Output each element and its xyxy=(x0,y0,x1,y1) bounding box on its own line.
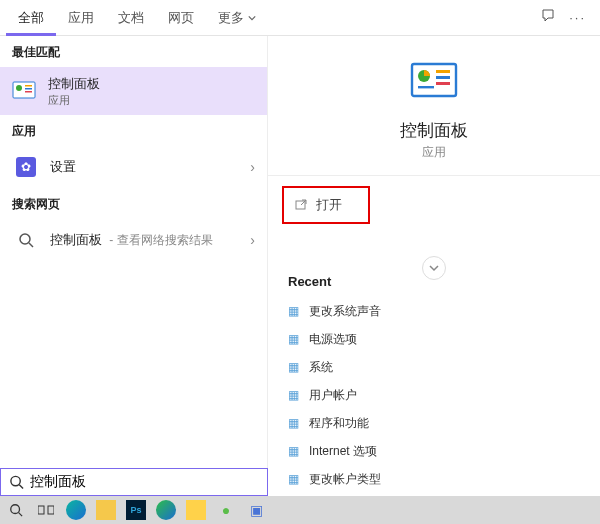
search-icon xyxy=(12,226,40,254)
edge-icon[interactable] xyxy=(66,500,86,520)
recent-item-label: 系统 xyxy=(309,359,333,376)
panel-item-icon: ▦ xyxy=(288,416,299,430)
recent-item-label: 程序和功能 xyxy=(309,415,369,432)
svg-rect-12 xyxy=(418,86,434,88)
wechat-icon[interactable]: ● xyxy=(216,500,236,520)
recent-item[interactable]: ▦程序和功能 xyxy=(268,409,600,437)
recent-item-label: 电源选项 xyxy=(309,331,357,348)
svg-rect-7 xyxy=(412,64,456,96)
tab-all[interactable]: 全部 xyxy=(6,0,56,36)
details-title: 控制面板 xyxy=(400,119,468,142)
search-web-label: 控制面板 xyxy=(50,232,102,247)
recent-item[interactable]: ▦用户帐户 xyxy=(268,381,600,409)
details-sub: 应用 xyxy=(422,144,446,161)
search-icon[interactable] xyxy=(6,500,26,520)
best-match-sub: 应用 xyxy=(48,93,100,108)
more-options-icon[interactable]: ··· xyxy=(569,10,586,25)
svg-rect-19 xyxy=(38,506,44,514)
recent-item-label: 更改系统声音 xyxy=(309,303,381,320)
tab-docs[interactable]: 文档 xyxy=(106,0,156,36)
svg-rect-11 xyxy=(436,82,450,85)
open-button[interactable]: 打开 xyxy=(282,186,370,224)
chevron-right-icon: › xyxy=(250,159,255,175)
ps-icon[interactable]: Ps xyxy=(126,500,146,520)
search-input[interactable] xyxy=(24,474,259,490)
chevron-down-icon xyxy=(248,10,256,25)
search-web-hint: - 查看网络搜索结果 xyxy=(106,233,213,247)
panel-item-icon: ▦ xyxy=(288,472,299,486)
svg-rect-2 xyxy=(25,85,32,87)
app1-icon[interactable] xyxy=(186,500,206,520)
settings-label: 设置 xyxy=(50,158,250,176)
explorer-icon[interactable] xyxy=(96,500,116,520)
svg-rect-10 xyxy=(436,76,450,79)
panel-item-icon: ▦ xyxy=(288,444,299,458)
open-icon xyxy=(294,198,308,212)
recent-item[interactable]: ▦系统 xyxy=(268,353,600,381)
svg-rect-3 xyxy=(25,88,32,90)
svg-point-15 xyxy=(11,476,20,485)
search-bar[interactable] xyxy=(0,468,268,496)
best-match-title: 控制面板 xyxy=(48,75,100,93)
recent-item[interactable]: ▦Internet 选项 xyxy=(268,437,600,465)
settings-item[interactable]: ✿ 设置 › xyxy=(0,146,267,188)
tool-icon[interactable]: ▣ xyxy=(246,500,266,520)
left-panel: 最佳匹配 控制面板 应用 应用 ✿ 设置 › 搜索网页 控制面板 - 查看网络搜… xyxy=(0,36,268,496)
svg-line-6 xyxy=(29,243,33,247)
best-match-heading: 最佳匹配 xyxy=(0,36,267,67)
taskbar: Ps ● ▣ xyxy=(0,496,600,524)
tab-more-label: 更多 xyxy=(218,10,244,25)
recent-list: ▦更改系统声音▦电源选项▦系统▦用户帐户▦程序和功能▦Internet 选项▦更… xyxy=(268,297,600,496)
search-icon xyxy=(9,474,24,490)
open-label: 打开 xyxy=(316,196,342,214)
details-panel: 控制面板 应用 打开 Recent ▦更改系统声音▦电源选项▦系统▦用户帐户▦程… xyxy=(268,36,600,496)
task-view-icon[interactable] xyxy=(36,500,56,520)
recent-item-label: Internet 选项 xyxy=(309,443,377,460)
search-web-item[interactable]: 控制面板 - 查看网络搜索结果 › xyxy=(0,219,267,261)
tab-apps[interactable]: 应用 xyxy=(56,0,106,36)
recent-item-label: 用户帐户 xyxy=(309,387,357,404)
svg-rect-9 xyxy=(436,70,450,73)
control-panel-icon xyxy=(10,77,38,105)
svg-rect-4 xyxy=(25,91,32,93)
collapse-icon[interactable] xyxy=(422,256,446,280)
recent-item-label: 更改帐户类型 xyxy=(309,471,381,488)
recent-item[interactable]: ▦更改帐户类型 xyxy=(268,465,600,493)
svg-point-17 xyxy=(11,505,20,514)
chevron-right-icon: › xyxy=(250,232,255,248)
tab-web[interactable]: 网页 xyxy=(156,0,206,36)
svg-point-1 xyxy=(16,85,22,91)
svg-rect-20 xyxy=(48,506,54,514)
top-tabs: 全部 应用 文档 网页 更多 ··· xyxy=(0,0,600,36)
panel-item-icon: ▦ xyxy=(288,360,299,374)
feedback-icon[interactable] xyxy=(541,8,557,27)
svg-line-16 xyxy=(19,485,23,489)
panel-item-icon: ▦ xyxy=(288,304,299,318)
gear-icon: ✿ xyxy=(16,157,36,177)
browser-icon[interactable] xyxy=(156,500,176,520)
best-match-item[interactable]: 控制面板 应用 xyxy=(0,67,267,115)
panel-item-icon: ▦ xyxy=(288,388,299,402)
svg-line-18 xyxy=(19,513,23,517)
recent-item[interactable]: ▦电源选项 xyxy=(268,325,600,353)
panel-item-icon: ▦ xyxy=(288,332,299,346)
tab-more[interactable]: 更多 xyxy=(206,0,268,36)
svg-rect-0 xyxy=(13,82,35,98)
search-web-heading: 搜索网页 xyxy=(0,188,267,219)
control-panel-icon xyxy=(410,58,458,109)
svg-point-5 xyxy=(20,234,30,244)
apps-heading: 应用 xyxy=(0,115,267,146)
recent-item[interactable]: ▦更改系统声音 xyxy=(268,297,600,325)
